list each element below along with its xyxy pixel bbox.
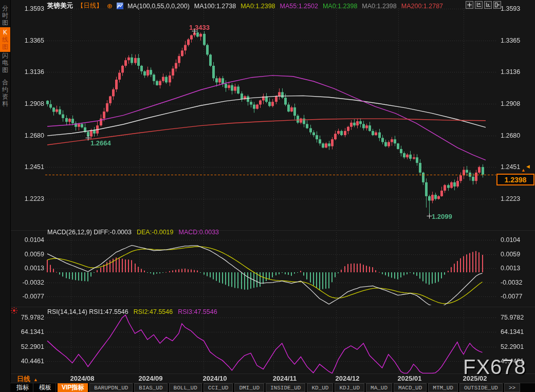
add-indicator-icon[interactable]: ⊕ (107, 2, 113, 10)
sidebar-tab-char: 资 (0, 93, 10, 100)
axis-label-left: -0.0032 (14, 279, 44, 286)
period-label: 日线 (17, 375, 30, 383)
indicator-tab[interactable]: MTM_UD (428, 383, 458, 392)
xaxis-month-label: 2024/09 (139, 375, 163, 382)
ma-value-label: MA200:1.2787 (401, 3, 443, 10)
axis-label-left: 1.2223 (14, 195, 44, 202)
axis-label-left: 75.9782 (14, 314, 44, 321)
ma-value-label: MA0:1.2398 (362, 3, 396, 10)
price-alert-marker-icon: ◀ (526, 164, 530, 169)
indicator-tab[interactable]: DMI_UD (234, 383, 264, 392)
axis-zoom-out-icon[interactable] (484, 1, 492, 9)
low-price-label: 1.2664 (90, 139, 111, 147)
indicator-tab[interactable]: MA_UD (366, 383, 392, 392)
sidebar-tab-flash-chart[interactable]: 闪电图 (0, 50, 10, 75)
axis-label-left: 0.0104 (14, 236, 44, 244)
indicator-tab[interactable]: MACD_UD (394, 383, 427, 392)
indicator-tab[interactable]: KD_UD (307, 383, 333, 392)
axis-zoom-in-icon[interactable] (475, 1, 483, 9)
rsi-header: RSI(14,14,14) RSI1:47.5546RSI2:47.5546RS… (47, 308, 217, 315)
sidebar-tab-char: 图 (0, 66, 10, 73)
indicator-tabbar: 指标模板VIP指标BARUPDN_UDBIAS_UDBOLL_UDCCI_UDD… (10, 383, 535, 392)
ma-settings-icon[interactable] (117, 3, 123, 9)
axis-label-left: -0.0077 (14, 293, 44, 300)
sidebar-tab-time-chart[interactable]: 分时图 (0, 3, 10, 28)
indicator-tab[interactable]: INSIDE_UD (266, 383, 305, 392)
macd-header: MACD(26,12,9) DIFF:-0.0003DEA:-0.0019MAC… (47, 229, 219, 236)
price-up-arrow-icon: ▲ (521, 167, 526, 173)
sun-icon (11, 307, 17, 316)
axis-label-left: 1.2908 (14, 100, 44, 107)
axis-label-right: 52.2901 (501, 343, 524, 350)
xaxis-month-label: 2024/11 (273, 375, 297, 382)
chart-canvas[interactable] (0, 0, 535, 392)
axis-label-right: 1.2908 (501, 100, 520, 107)
symbol-title: 英镑美元 (47, 2, 73, 10)
sidebar-tab-contract-info[interactable]: 合约资料 (0, 77, 10, 109)
indicator-tab[interactable]: 模板 (35, 383, 56, 392)
axis-label-left: 1.3593 (14, 5, 44, 12)
crosshair-icon[interactable] (466, 1, 473, 9)
axis-label-left: 1.3365 (14, 37, 44, 44)
xaxis-month-label: 2025/01 (398, 375, 422, 382)
ma-value-label: MA0:1.2398 (323, 3, 357, 10)
sidebar-tab-char: 电 (0, 59, 10, 66)
axis-label-left: 64.1341 (14, 328, 44, 335)
indicator-tab[interactable]: KDJ_UD (335, 383, 364, 392)
xaxis-month-label: 2024/08 (70, 375, 95, 382)
indicator-tab[interactable]: >> (504, 383, 520, 392)
axis-label-left: 1.3136 (14, 68, 44, 76)
indicator-tab[interactable]: BIAS_UD (134, 383, 167, 392)
indicator-tab[interactable]: 指标 (12, 383, 33, 392)
axis-label-left: 40.4461 (14, 358, 44, 365)
watermark: FX678 (463, 356, 526, 379)
axis-label-left: 52.2901 (14, 343, 44, 350)
axis-label-left: 0.0059 (14, 251, 44, 258)
axis-label-right: 0.0013 (501, 265, 520, 272)
indicator-tab[interactable]: OUTSIDE_UD (459, 383, 503, 392)
chevron-up-icon: ▲ (33, 377, 38, 382)
chart-toolbar (466, 1, 501, 9)
last-price-value: 1.2398 (505, 176, 527, 184)
axis-label-right: 0.0104 (501, 236, 520, 244)
exit-fullscreen-icon[interactable] (493, 1, 501, 9)
sidebar-tab-char: K (0, 29, 10, 36)
sidebar-tab-char: 分 (0, 5, 10, 12)
sidebar-tab-char: 线 (0, 36, 10, 43)
axis-label-right: 1.3593 (501, 5, 520, 12)
xaxis-month-label: 2024/12 (336, 375, 360, 382)
ma-value-label: MA100:1.2738 (194, 3, 236, 10)
rsi-value-label: RSI(14,14,14) RSI1:47.5546 (47, 308, 128, 315)
sidebar-tab-kline-chart[interactable]: K线图 (0, 27, 10, 52)
last-price-tag: 1.2398 (496, 174, 534, 185)
macd-value-label: DEA:-0.0019 (137, 229, 174, 236)
indicator-tab[interactable]: BOLL_UD (169, 383, 202, 392)
ma-value-label: MA0:1.2398 (241, 3, 275, 10)
sidebar-tab-char: 时 (0, 12, 10, 19)
macd-value-label: MACD:0.0033 (179, 229, 219, 236)
ma-value-label: MA(100,0,55,0,0,200) (127, 3, 190, 10)
axis-label-left: 1.2451 (14, 163, 44, 171)
axis-label-right: 1.2680 (501, 132, 520, 139)
low-price-label: 1.2099 (432, 213, 452, 220)
indicator-tab[interactable]: CCI_UD (204, 383, 233, 392)
sidebar-tab-char: 合 (0, 79, 10, 86)
axis-label-right: -0.0077 (501, 293, 522, 300)
xaxis-month-label: 2024/10 (203, 375, 227, 382)
indicator-tab[interactable]: BARUPDN_UD (89, 383, 133, 392)
left-sidebar: 分时图K线图闪电图合约资料 (0, 0, 11, 392)
axis-label-right: 1.2223 (501, 195, 520, 202)
sidebar-tab-char: 图 (0, 43, 10, 50)
indicator-tab[interactable]: VIP指标 (58, 383, 88, 392)
ma-value-label: MA55:1.2502 (280, 3, 318, 10)
trading-app-window: 分时图K线图闪电图合约资料 英镑美元 【日线】 ⊕ MA(100,0,55,0,… (0, 0, 535, 392)
axis-label-right: 0.0059 (501, 251, 520, 258)
sidebar-tab-char: 约 (0, 86, 10, 93)
macd-value-label: MACD(26,12,9) DIFF:-0.0003 (47, 229, 132, 236)
axis-label-right: 75.9782 (501, 314, 524, 321)
axis-label-right: 64.1341 (501, 328, 524, 335)
sidebar-tab-char: 图 (0, 19, 10, 26)
axis-label-right: 1.2451 (501, 163, 520, 171)
axis-label-right: -0.0032 (501, 279, 522, 286)
rsi-value-label: RSI2:47.5546 (134, 308, 173, 315)
